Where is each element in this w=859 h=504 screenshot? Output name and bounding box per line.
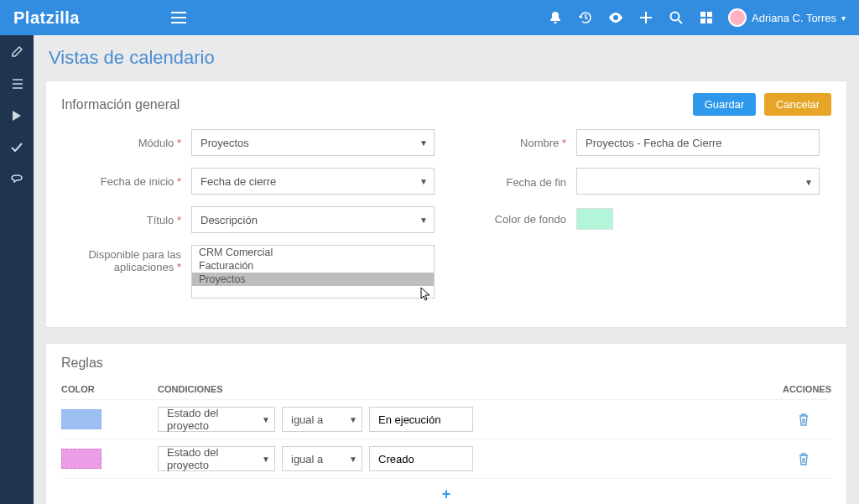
delete-rule-button[interactable]	[798, 413, 831, 426]
page-title: Vistas de calendario	[49, 47, 847, 69]
sidebar	[0, 35, 34, 504]
grid-icon[interactable]	[691, 0, 721, 35]
cancel-button[interactable]: Cancelar	[764, 93, 831, 116]
label-color-fondo: Color de fondo	[446, 213, 576, 226]
panel-rules-title: Reglas	[61, 356, 831, 371]
brand-logo: Platzilla	[13, 8, 80, 28]
sidebar-item-play[interactable]	[0, 106, 34, 126]
add-rule-button[interactable]: +	[61, 486, 831, 503]
sidebar-item-edit[interactable]	[0, 42, 34, 62]
rule-color-swatch[interactable]	[61, 449, 102, 469]
label-fecha-inicio: Fecha de inicio *	[61, 175, 191, 188]
col-header-color: COLOR	[61, 384, 158, 394]
plus-icon[interactable]	[631, 0, 661, 35]
user-name: Adriana C. Torres	[752, 12, 836, 24]
list-item[interactable]: CRM Comercial	[192, 246, 434, 259]
label-fecha-fin: Fecha de fin	[446, 176, 576, 189]
list-item[interactable]: Facturación	[192, 259, 434, 273]
svg-rect-2	[707, 12, 712, 17]
bell-icon[interactable]	[540, 0, 570, 35]
svg-point-0	[671, 13, 679, 21]
user-menu[interactable]: Adriana C. Torres ▾	[728, 8, 846, 27]
listbox-apps[interactable]: CRM Comercial Facturación Proyectos	[191, 245, 435, 299]
hamburger-icon[interactable]	[164, 0, 194, 35]
panel-general-info: Información general Guardar Cancelar Mód…	[45, 81, 847, 328]
select-modulo[interactable]: Proyectos	[191, 129, 435, 156]
select-fecha-fin[interactable]	[576, 168, 820, 195]
avatar	[728, 8, 747, 27]
select-rule-op[interactable]: igual a	[282, 446, 362, 471]
color-swatch-bg[interactable]	[576, 208, 613, 230]
sidebar-item-check[interactable]	[0, 138, 34, 158]
sidebar-item-list[interactable]	[0, 74, 34, 94]
delete-rule-button[interactable]	[798, 453, 831, 465]
label-disponible: Disponible para las aplicaciones *	[61, 245, 191, 273]
select-rule-field[interactable]: Estado del proyecto	[158, 446, 275, 471]
panel-general-title: Información general	[61, 97, 180, 112]
label-modulo: Módulo *	[61, 137, 191, 149]
label-titulo: Título *	[61, 214, 191, 226]
label-nombre: Nombre *	[446, 137, 576, 149]
select-titulo[interactable]: Descripción	[191, 206, 435, 233]
select-rule-field[interactable]: Estado del proyecto	[158, 407, 275, 432]
select-fecha-inicio[interactable]: Fecha de cierre	[191, 168, 435, 195]
col-header-condiciones: CONDICIONES	[158, 384, 764, 394]
search-icon[interactable]	[661, 0, 691, 35]
list-item[interactable]: Proyectos	[192, 273, 434, 286]
chevron-down-icon: ▾	[841, 13, 846, 23]
history-icon[interactable]	[570, 0, 601, 35]
sidebar-item-chat[interactable]	[0, 169, 34, 190]
svg-rect-4	[707, 18, 712, 23]
rule-row: Estado del proyecto ▼ igual a ▼	[61, 400, 831, 439]
rule-row: Estado del proyecto ▼ igual a ▼	[61, 439, 831, 479]
input-rule-value[interactable]	[369, 446, 473, 471]
topbar: Platzilla Adriana C. Torres ▾	[0, 0, 859, 35]
eye-icon[interactable]	[601, 0, 631, 35]
svg-rect-1	[700, 12, 705, 17]
rule-color-swatch[interactable]	[61, 409, 102, 429]
save-button[interactable]: Guardar	[693, 93, 757, 116]
panel-rules: Reglas COLOR CONDICIONES ACCIONES Estado…	[45, 343, 847, 504]
svg-rect-3	[700, 18, 705, 23]
col-header-acciones: ACCIONES	[764, 384, 831, 394]
input-rule-value[interactable]	[369, 407, 473, 432]
select-rule-op[interactable]: igual a	[282, 407, 362, 432]
main-content: Vistas de calendario Información general…	[34, 35, 859, 504]
rules-header: COLOR CONDICIONES ACCIONES	[61, 384, 831, 400]
input-nombre[interactable]	[576, 129, 820, 156]
